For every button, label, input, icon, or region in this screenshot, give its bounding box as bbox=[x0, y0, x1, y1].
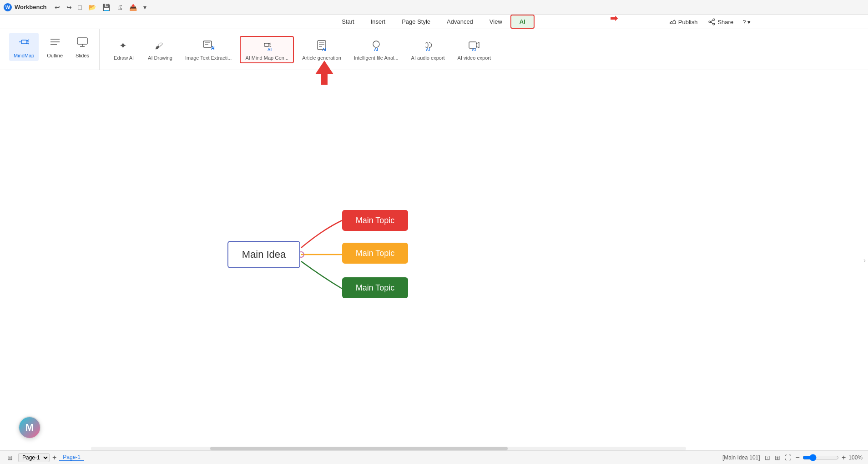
top-right-actions: Publish Share ? ▾ bbox=[664, 15, 754, 29]
outline-icon bbox=[49, 36, 61, 51]
svg-text:✦: ✦ bbox=[119, 41, 127, 51]
ai-mindmap-gen-button[interactable]: AI AI Mind Map Gen... bbox=[240, 36, 294, 63]
publish-button[interactable]: Publish bbox=[664, 18, 703, 25]
zoom-in-button[interactable]: + bbox=[842, 454, 846, 462]
edraw-ai-label: Edraw AI bbox=[114, 55, 134, 61]
share-icon bbox=[708, 18, 716, 25]
zoom-slider[interactable] bbox=[802, 454, 839, 461]
menu-start[interactable]: Start bbox=[333, 15, 362, 28]
app-logo: W Workbench bbox=[4, 3, 47, 11]
topic-3-label: Main Topic bbox=[356, 283, 395, 293]
horizontal-scrollbar[interactable] bbox=[91, 447, 686, 450]
add-page-button[interactable]: + bbox=[52, 454, 56, 462]
status-right: [Main Idea 101] ⊡ ⊞ ⛶ − + 100% bbox=[722, 454, 863, 462]
slides-view-label: Slides bbox=[76, 53, 89, 58]
canvas-area: Main Idea Main Topic Main Topic Main Top… bbox=[0, 70, 868, 450]
svg-rect-20 bbox=[203, 41, 212, 47]
save-button[interactable]: 💾 bbox=[100, 3, 112, 12]
svg-text:W: W bbox=[5, 5, 10, 10]
collapse-panel-button[interactable]: › bbox=[863, 256, 866, 265]
help-button[interactable]: ? ▾ bbox=[739, 19, 754, 25]
svg-line-25 bbox=[269, 43, 271, 44]
ai-video-export-icon: AI bbox=[468, 39, 480, 53]
article-generation-label: Article generation bbox=[302, 55, 341, 61]
main-idea-label: Main Idea bbox=[242, 249, 286, 260]
menu-insert[interactable]: Insert bbox=[363, 15, 394, 28]
active-page-tab[interactable]: Page-1 bbox=[59, 454, 84, 461]
svg-line-27 bbox=[269, 46, 271, 47]
open-file-button[interactable]: 📂 bbox=[86, 3, 98, 12]
ribbon-tools: ✦ Edraw AI 🖌 AI Drawing AI Image Text Ex… bbox=[101, 29, 864, 70]
mindmap-view-button[interactable]: MindMap bbox=[9, 33, 39, 61]
intelligent-file-anal-label: Intelligent file Anal... bbox=[354, 55, 399, 61]
page-tabs: Page-1 + Page-1 bbox=[18, 453, 84, 462]
topic-node-3[interactable]: Main Topic bbox=[342, 277, 408, 298]
slides-view-button[interactable]: Slides bbox=[71, 33, 94, 61]
fullscreen-button[interactable]: ⛶ bbox=[785, 454, 791, 461]
article-generation-button[interactable]: AI Article generation bbox=[298, 37, 346, 62]
ai-mindmap-gen-icon: AI bbox=[261, 39, 273, 53]
intelligent-file-anal-icon: AI bbox=[370, 39, 383, 53]
edraw-ai-button[interactable]: ✦ Edraw AI bbox=[108, 37, 140, 62]
more-button[interactable]: ▾ bbox=[141, 3, 149, 12]
ai-video-export-button[interactable]: AI AI video export bbox=[453, 37, 495, 62]
svg-point-3 bbox=[713, 23, 715, 25]
main-idea-node[interactable]: Main Idea bbox=[227, 241, 300, 268]
outline-view-button[interactable]: Outline bbox=[42, 33, 67, 61]
view-layout-button[interactable]: ⊞ bbox=[775, 454, 780, 461]
zoom-out-button[interactable]: − bbox=[796, 454, 800, 462]
article-generation-icon: AI bbox=[315, 39, 328, 53]
connections-svg bbox=[0, 70, 868, 450]
mindmap-icon bbox=[18, 36, 30, 51]
status-bar: ⊞ Page-1 + Page-1 [Main Idea 101] ⊡ ⊞ ⛶ … bbox=[0, 450, 868, 464]
menu-advanced[interactable]: Advanced bbox=[439, 15, 481, 28]
svg-line-5 bbox=[711, 20, 713, 22]
svg-point-4 bbox=[709, 21, 711, 23]
svg-line-8 bbox=[27, 40, 29, 41]
svg-text:AI: AI bbox=[426, 47, 430, 51]
app-logo-icon: W bbox=[4, 3, 12, 11]
topic-node-1[interactable]: Main Topic bbox=[342, 210, 408, 231]
edraw-ai-icon: ✦ bbox=[117, 39, 130, 53]
undo-button[interactable]: ↩ bbox=[52, 3, 62, 12]
ai-audio-export-button[interactable]: AI AI audio export bbox=[407, 37, 449, 62]
app-title: Workbench bbox=[15, 4, 47, 10]
ai-mindmap-gen-label: AI Mind Map Gen... bbox=[245, 55, 288, 61]
image-text-extract-icon: AI bbox=[202, 39, 215, 53]
intelligent-file-anal-button[interactable]: AI Intelligent file Anal... bbox=[349, 37, 403, 62]
share-button[interactable]: Share bbox=[703, 18, 739, 25]
svg-point-34 bbox=[373, 41, 379, 47]
logo-letter: M bbox=[25, 422, 34, 433]
image-text-extract-label: Image Text Extracti... bbox=[185, 55, 232, 61]
publish-icon bbox=[669, 18, 676, 25]
titlebar-controls: ↩ ↪ □ 📂 💾 🖨 📤 ▾ bbox=[52, 3, 149, 12]
svg-rect-24 bbox=[264, 43, 269, 46]
svg-text:AI: AI bbox=[472, 47, 476, 51]
view-buttons: MindMap Outline Slides bbox=[9, 33, 94, 61]
redo-button[interactable]: ↪ bbox=[64, 3, 74, 12]
topic-node-2[interactable]: Main Topic bbox=[342, 243, 408, 264]
print-button[interactable]: 🖨 bbox=[114, 3, 125, 12]
slides-icon bbox=[76, 36, 89, 51]
fit-page-button[interactable]: ⊡ bbox=[765, 454, 770, 461]
topic-1-label: Main Topic bbox=[356, 216, 395, 225]
ribbon: MindMap Outline Slides ✦ Edraw AI bbox=[0, 29, 868, 70]
ai-drawing-label: AI Drawing bbox=[148, 55, 172, 61]
svg-rect-7 bbox=[21, 40, 27, 44]
ai-audio-export-label: AI audio export bbox=[411, 55, 445, 61]
image-text-extract-button[interactable]: AI Image Text Extracti... bbox=[181, 37, 237, 62]
menu-view[interactable]: View bbox=[481, 15, 510, 28]
svg-text:AI: AI bbox=[322, 47, 326, 51]
ai-audio-export-icon: AI bbox=[422, 39, 434, 53]
new-file-button[interactable]: □ bbox=[76, 3, 84, 12]
ai-video-export-label: AI video export bbox=[458, 55, 491, 61]
export-button[interactable]: 📤 bbox=[127, 3, 139, 12]
ai-drawing-icon: 🖌 bbox=[154, 39, 167, 53]
menu-ai[interactable]: AI bbox=[510, 15, 535, 29]
page-dropdown[interactable]: Page-1 bbox=[18, 453, 50, 462]
ai-drawing-button[interactable]: 🖌 AI Drawing bbox=[143, 37, 177, 62]
zoom-level: 100% bbox=[848, 454, 863, 461]
scrollbar-thumb[interactable] bbox=[210, 447, 508, 450]
menu-page-style[interactable]: Page Style bbox=[394, 15, 439, 28]
toggle-panel-button[interactable]: ⊞ bbox=[5, 453, 15, 462]
